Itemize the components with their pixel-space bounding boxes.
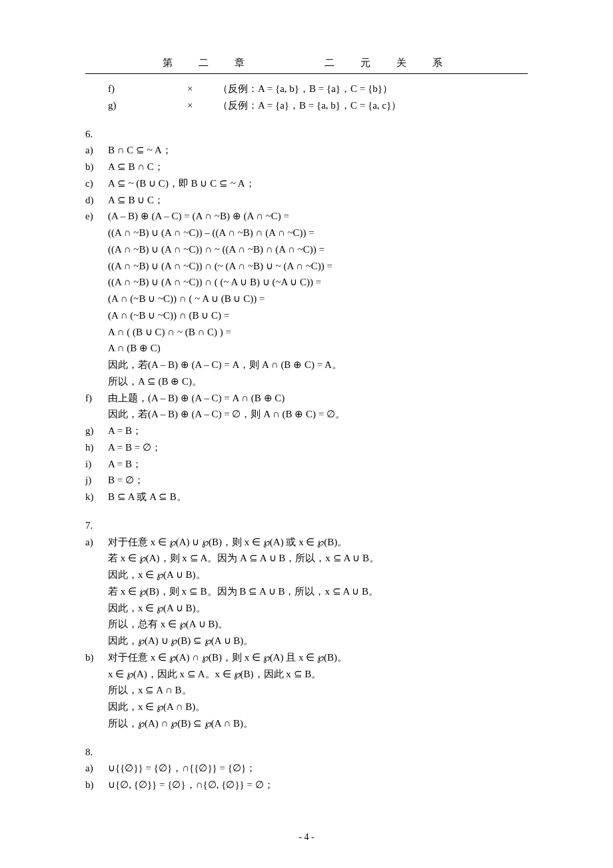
section-7-heading: 7. xyxy=(85,517,528,534)
item-5g: g) × （反例：A = {a}，B = {a, b}，C = {a, c}） xyxy=(85,97,528,114)
item-7b-cont: 因此，x ∈ ℘(A ∩ B)。 xyxy=(85,699,528,715)
item-7a-cont: 因此，x ∈ ℘(A ∪ B)。 xyxy=(85,567,528,583)
item-6e-cont: 因此，若(A – B) ⊕ (A – C) = A，则 A ∩ (B ⊕ C) … xyxy=(85,357,528,373)
item-label: h) xyxy=(85,439,108,456)
item-text: A = B； xyxy=(108,423,528,439)
item-6e-cont: 所以，A ⊆ (B ⊕ C)。 xyxy=(85,373,528,390)
item-text: 因此，x ∈ ℘(A ∩ B)。 xyxy=(108,699,528,715)
item-text: 对于任意 x ∈ ℘(A) ∩ ℘(B)，则 x ∈ ℘(A) 且 x ∈ ℘(… xyxy=(108,649,528,666)
item-7b-cont: 所以，x ⊆ A ∩ B。 xyxy=(85,682,528,699)
item-6a: a) B ∩ C ⊆ ~ A； xyxy=(85,142,528,159)
item-6e-cont: A ∩ (B ⊕ C) xyxy=(85,340,528,357)
item-text: B ⊆ A 或 A ⊆ B。 xyxy=(108,489,528,505)
item-6d: d) A ⊆ B ∪ C； xyxy=(85,192,528,209)
item-text: 由上题，(A – B) ⊕ (A – C) = A ∩ (B ⊕ C) xyxy=(108,390,528,407)
item-label: j) xyxy=(85,472,108,489)
item-text: x ∈ ℘(A)，因此 x ⊆ A。x ∈ ℘(B)，因此 x ⊆ B。 xyxy=(108,666,528,683)
item-6e: e) (A – B) ⊕ (A – C) = (A ∩ ~B) ⊕ (A ∩ ~… xyxy=(85,208,528,225)
item-text: ∪{∅, {∅}} = {∅}，∩{∅, {∅}} = ∅； xyxy=(108,777,528,793)
item-label: f) xyxy=(108,81,131,97)
item-7b: b) 对于任意 x ∈ ℘(A) ∩ ℘(B)，则 x ∈ ℘(A) 且 x ∈… xyxy=(85,649,528,666)
item-text: ((A ∩ ~B) ∪ (A ∩ ~C)) ∩ ~ ((A ∩ ~B) ∩ (A… xyxy=(108,241,528,258)
item-7a-cont: 因此，x ∈ ℘(A ∪ B)。 xyxy=(85,600,528,617)
item-label: f) xyxy=(85,390,108,407)
item-text: 因此，x ∈ ℘(A ∪ B)。 xyxy=(108,567,528,583)
item-6f: f) 由上题，(A – B) ⊕ (A – C) = A ∩ (B ⊕ C) xyxy=(85,390,528,407)
section-6-heading: 6. xyxy=(85,126,528,143)
item-6e-cont: A ∩ ( (B ∪ C) ∩ ~ (B ∩ C) ) = xyxy=(85,324,528,341)
item-text: (A ∩ (~B ∪ ~C)) ∩ (B ∪ C) = xyxy=(108,307,528,324)
item-6e-cont: ((A ∩ ~B) ∪ (A ∩ ~C)) ∩ (~ (A ∩ ~B) ∪ ~ … xyxy=(85,258,528,275)
item-8b: b)∪{∅, {∅}} = {∅}，∩{∅, {∅}} = ∅； xyxy=(85,777,528,793)
item-text: B ∩ C ⊆ ~ A； xyxy=(108,142,528,159)
item-7b-cont: x ∈ ℘(A)，因此 x ⊆ A。x ∈ ℘(B)，因此 x ⊆ B。 xyxy=(85,666,528,683)
item-text: 所以，A ⊆ (B ⊕ C)。 xyxy=(108,373,528,390)
item-text: (A ∩ (~B ∪ ~C)) ∩ ( ~ A ∪ (B ∪ C)) = xyxy=(108,291,528,307)
item-label: a) xyxy=(85,760,108,777)
item-5f: f) × （反例：A = {a, b}，B = {a}，C = {b}） xyxy=(85,81,528,97)
item-text: ((A ∩ ~B) ∪ (A ∩ ~C)) – ((A ∩ ~B) ∩ (A ∩… xyxy=(108,225,528,241)
item-text: （反例：A = {a}，B = {a, b}，C = {a, c}） xyxy=(218,97,528,114)
item-label: d) xyxy=(85,192,108,209)
item-label: i) xyxy=(85,456,108,473)
item-text: A ⊆ B ∪ C； xyxy=(108,192,528,209)
item-7b-cont: 所以，℘(A) ∩ ℘(B) ⊆ ℘(A ∩ B)。 xyxy=(85,715,528,732)
item-6b: b) A ⊆ B ∩ C； xyxy=(85,159,528,175)
item-text: 所以，℘(A) ∩ ℘(B) ⊆ ℘(A ∩ B)。 xyxy=(108,715,528,732)
item-text: 所以，总有 x ∈ ℘(A ∪ B)。 xyxy=(108,616,528,633)
item-text: 因此，℘(A) ∪ ℘(B) ⊆ ℘(A ∪ B)。 xyxy=(108,633,528,649)
item-text: A ⊆ B ∩ C； xyxy=(108,159,528,175)
item-text: ((A ∩ ~B) ∪ (A ∩ ~C)) ∩ ( (~ A ∪ B) ∪ (~… xyxy=(108,274,528,291)
page-number: - 4 - xyxy=(0,832,613,843)
item-text: ∪{{∅}} = {∅}，∩{{∅}} = {∅}； xyxy=(108,760,528,777)
item-text: 因此，若(A – B) ⊕ (A – C) = ∅，则 A ∩ (B ⊕ C) … xyxy=(108,406,528,423)
page-header: 第 二 章 二 元 关 系 xyxy=(85,57,528,74)
item-label: k) xyxy=(85,489,108,505)
item-text: 若 x ∈ ℘(A)，则 x ⊆ A。因为 A ⊆ A ∪ B，所以，x ⊆ A… xyxy=(108,550,528,567)
item-6c: c) A ⊆ ~ (B ∪ C)，即 B ∪ C ⊆ ~ A； xyxy=(85,175,528,192)
item-text: 对于任意 x ∈ ℘(A) ∪ ℘(B)，则 x ∈ ℘(A) 或 x ∈ ℘(… xyxy=(108,534,528,551)
item-text: A ∩ (B ⊕ C) xyxy=(108,340,528,357)
item-label: a) xyxy=(85,142,108,159)
item-label: e) xyxy=(85,208,108,225)
item-text: 所以，x ⊆ A ∩ B。 xyxy=(108,682,528,699)
section-8-heading: 8. xyxy=(85,744,528,761)
item-text: 因此，x ∈ ℘(A ∪ B)。 xyxy=(108,600,528,617)
item-7a-cont: 若 x ∈ ℘(B)，则 x ⊆ B。因为 B ⊆ A ∪ B，所以，x ⊆ A… xyxy=(85,583,528,600)
item-text: A = B = ∅； xyxy=(108,439,528,456)
item-mark: × xyxy=(187,97,218,114)
item-6j: j)B = ∅； xyxy=(85,472,528,489)
item-6e-cont: ((A ∩ ~B) ∪ (A ∩ ~C)) ∩ ( (~ A ∪ B) ∪ (~… xyxy=(85,274,528,291)
item-6g: g)A = B； xyxy=(85,423,528,439)
item-7a-cont: 若 x ∈ ℘(A)，则 x ⊆ A。因为 A ⊆ A ∪ B，所以，x ⊆ A… xyxy=(85,550,528,567)
item-text: A ∩ ( (B ∪ C) ∩ ~ (B ∩ C) ) = xyxy=(108,324,528,341)
item-7a-cont: 因此，℘(A) ∪ ℘(B) ⊆ ℘(A ∪ B)。 xyxy=(85,633,528,649)
item-text: 因此，若(A – B) ⊕ (A – C) = A，则 A ∩ (B ⊕ C) … xyxy=(108,357,528,373)
item-label: g) xyxy=(108,97,131,114)
item-6e-cont: ((A ∩ ~B) ∪ (A ∩ ~C)) – ((A ∩ ~B) ∩ (A ∩… xyxy=(85,225,528,241)
item-label: c) xyxy=(85,175,108,192)
item-text: 若 x ∈ ℘(B)，则 x ⊆ B。因为 B ⊆ A ∪ B，所以，x ⊆ A… xyxy=(108,583,528,600)
item-text: A ⊆ ~ (B ∪ C)，即 B ∪ C ⊆ ~ A； xyxy=(108,175,528,192)
item-7a-cont: 所以，总有 x ∈ ℘(A ∪ B)。 xyxy=(85,616,528,633)
item-label: b) xyxy=(85,777,108,793)
item-mark: × xyxy=(187,81,218,97)
item-6h: h)A = B = ∅； xyxy=(85,439,528,456)
item-8a: a)∪{{∅}} = {∅}，∩{{∅}} = {∅}； xyxy=(85,760,528,777)
item-6i: i)A = B； xyxy=(85,456,528,473)
item-6e-cont: (A ∩ (~B ∪ ~C)) ∩ ( ~ A ∪ (B ∪ C)) = xyxy=(85,291,528,307)
item-7a: a) 对于任意 x ∈ ℘(A) ∪ ℘(B)，则 x ∈ ℘(A) 或 x ∈… xyxy=(85,534,528,551)
item-text: (A – B) ⊕ (A – C) = (A ∩ ~B) ⊕ (A ∩ ~C) … xyxy=(108,208,528,225)
item-6f-cont: 因此，若(A – B) ⊕ (A – C) = ∅，则 A ∩ (B ⊕ C) … xyxy=(85,406,528,423)
item-6e-cont: (A ∩ (~B ∪ ~C)) ∩ (B ∪ C) = xyxy=(85,307,528,324)
item-label: b) xyxy=(85,159,108,175)
item-6e-cont: ((A ∩ ~B) ∪ (A ∩ ~C)) ∩ ~ ((A ∩ ~B) ∩ (A… xyxy=(85,241,528,258)
item-label: b) xyxy=(85,649,108,666)
item-label: a) xyxy=(85,534,108,551)
item-text: B = ∅； xyxy=(108,472,528,489)
item-text: （反例：A = {a, b}，B = {a}，C = {b}） xyxy=(218,81,528,97)
item-text: ((A ∩ ~B) ∪ (A ∩ ~C)) ∩ (~ (A ∩ ~B) ∪ ~ … xyxy=(108,258,528,275)
item-label: g) xyxy=(85,423,108,439)
page: 第 二 章 二 元 关 系 f) × （反例：A = {a, b}，B = {a… xyxy=(0,0,613,868)
item-6k: k)B ⊆ A 或 A ⊆ B。 xyxy=(85,489,528,505)
